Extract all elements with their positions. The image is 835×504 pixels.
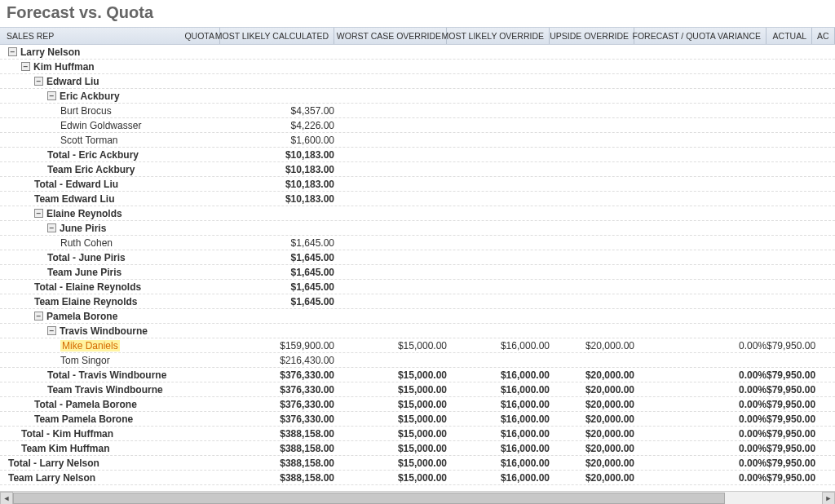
row-label-text: Team Travis Windbourne [47, 384, 163, 396]
row-label-cell: Total - Pamela Borone [0, 399, 179, 410]
row-label-text: Team Kim Huffman [21, 443, 109, 454]
cell-mlo: $16,000.00 [447, 384, 550, 396]
col-header-forecast-quota-variance[interactable]: FORECAST / QUOTA VARIANCE [634, 28, 767, 44]
scroll-track[interactable] [13, 492, 822, 505]
column-header-row: SALES REP QUOTA MOST LIKELY CALCULATED W… [0, 27, 835, 45]
cell-mlo: $16,000.00 [447, 413, 550, 425]
table-row[interactable]: Team Elaine Reynolds$1,645.00 [0, 294, 835, 309]
row-label-cell: Team Pamela Borone [0, 413, 179, 425]
col-header-truncated[interactable]: AC [812, 28, 835, 44]
cell-wco: $15,000.00 [334, 443, 447, 454]
cell-mlc: $388,158.00 [220, 472, 334, 484]
scroll-thumb[interactable] [13, 493, 725, 504]
row-label-cell: Edward Liu [0, 76, 179, 87]
collapse-toggle-icon[interactable] [47, 223, 56, 232]
cell-wco: $15,000.00 [334, 384, 447, 396]
collapse-toggle-icon[interactable] [34, 209, 43, 218]
row-label-text: Ruth Cohen [60, 237, 113, 249]
scroll-right-button[interactable]: ► [822, 492, 835, 505]
row-label-text: Team Pamela Borone [34, 413, 133, 425]
row-label-text: Travis Windbourne [60, 325, 148, 337]
table-row[interactable]: Total - Elaine Reynolds$1,645.00 [0, 280, 835, 294]
horizontal-scrollbar[interactable]: ◄ ► [0, 491, 835, 504]
table-row[interactable]: Team Larry Nelson$388,158.00$15,000.00$1… [0, 471, 835, 485]
cell-mlc: $388,158.00 [220, 428, 334, 440]
scroll-left-button[interactable]: ◄ [0, 492, 13, 505]
table-row[interactable]: Total - Travis Windbourne$376,330.00$15,… [0, 368, 835, 382]
table-row[interactable]: Total - Edward Liu$10,183.00 [0, 177, 835, 192]
cell-mlo: $16,000.00 [447, 458, 550, 469]
col-header-most-likely-override[interactable]: MOST LIKELY OVERRIDE [447, 28, 550, 44]
page-title: Forecast vs. Quota [0, 0, 835, 27]
table-row[interactable]: Tom Singor$216,430.00 [0, 353, 835, 368]
table-row[interactable]: Eric Ackbury [0, 89, 835, 104]
cell-mlc: $1,645.00 [220, 281, 334, 293]
table-row[interactable]: Edwin Goldwasser$4,226.00 [0, 118, 835, 133]
table-row[interactable]: Burt Brocus$4,357.00 [0, 104, 835, 118]
table-row[interactable]: Travis Windbourne [0, 324, 835, 338]
col-header-quota[interactable]: QUOTA [179, 28, 220, 44]
table-row[interactable]: Kim Huffman [0, 60, 835, 74]
table-row[interactable]: Team Kim Huffman$388,158.00$15,000.00$16… [0, 441, 835, 456]
cell-wco: $15,000.00 [334, 472, 447, 484]
row-label-cell: Total - Kim Huffman [0, 428, 179, 440]
cell-fqv: 0.00% [634, 399, 767, 410]
collapse-toggle-icon[interactable] [34, 312, 43, 321]
table-row[interactable]: Total - Pamela Borone$376,330.00$15,000.… [0, 397, 835, 412]
cell-fqv: 0.00% [634, 384, 767, 396]
row-label-text: Mike Daniels [60, 340, 120, 351]
collapse-toggle-icon[interactable] [8, 47, 17, 56]
cell-act: $79,950.00 [767, 428, 812, 440]
collapse-toggle-icon[interactable] [21, 62, 30, 71]
table-row[interactable]: Team June Piris$1,645.00 [0, 265, 835, 280]
row-label-text: Team Larry Nelson [8, 472, 95, 484]
cell-uo: $20,000.00 [550, 369, 634, 381]
col-header-sales-rep[interactable]: SALES REP [0, 28, 179, 44]
table-row[interactable]: June Piris [0, 221, 835, 236]
row-label-cell: Total - Edward Liu [0, 179, 179, 190]
table-row[interactable]: Total - Eric Ackbury$10,183.00 [0, 148, 835, 162]
cell-mlc: $1,645.00 [220, 252, 334, 263]
cell-mlc: $4,226.00 [220, 120, 334, 131]
table-row[interactable]: Total - Kim Huffman$388,158.00$15,000.00… [0, 427, 835, 441]
cell-uo: $20,000.00 [550, 458, 634, 469]
col-header-most-likely-calculated[interactable]: MOST LIKELY CALCULATED [220, 28, 334, 44]
table-row[interactable]: Team Pamela Borone$376,330.00$15,000.00$… [0, 412, 835, 427]
table-row[interactable]: Team Eric Ackbury$10,183.00 [0, 162, 835, 177]
table-row[interactable]: Team Edward Liu$10,183.00 [0, 192, 835, 206]
cell-uo: $20,000.00 [550, 428, 634, 440]
row-label-text: Edward Liu [46, 76, 99, 87]
table-row[interactable]: Elaine Reynolds [0, 206, 835, 221]
col-header-upside-override[interactable]: UPSIDE OVERRIDE [550, 28, 634, 44]
collapse-toggle-icon[interactable] [47, 326, 56, 335]
collapse-toggle-icon[interactable] [47, 91, 56, 100]
row-label-cell: Total - June Piris [0, 252, 179, 263]
row-label-cell: Team Kim Huffman [0, 443, 179, 454]
collapse-toggle-icon[interactable] [34, 77, 43, 86]
row-label-text: Total - Eric Ackbury [47, 149, 139, 161]
table-row[interactable]: Mike Daniels$159,900.00$15,000.00$16,000… [0, 338, 835, 353]
col-header-actual[interactable]: ACTUAL [767, 28, 812, 44]
cell-mlc: $1,645.00 [220, 237, 334, 249]
cell-wco: $15,000.00 [334, 369, 447, 381]
col-header-worst-case-override[interactable]: WORST CASE OVERRIDE [334, 28, 447, 44]
table-row[interactable]: Edward Liu [0, 74, 835, 89]
row-label-cell: Larry Nelson [0, 46, 179, 58]
table-row[interactable]: Pamela Borone [0, 309, 835, 324]
row-label-text: Team Edward Liu [34, 193, 114, 205]
cell-mlc: $10,183.00 [220, 179, 334, 190]
cell-mlc: $10,183.00 [220, 193, 334, 205]
table-row[interactable]: Ruth Cohen$1,645.00 [0, 236, 835, 250]
table-row[interactable]: Total - Larry Nelson$388,158.00$15,000.0… [0, 456, 835, 471]
cell-mlc: $376,330.00 [220, 369, 334, 381]
cell-mlc: $376,330.00 [220, 413, 334, 425]
row-label-cell: Total - Travis Windbourne [0, 369, 179, 381]
table-row[interactable]: Larry Nelson [0, 45, 835, 60]
cell-mlc: $1,600.00 [220, 135, 334, 146]
table-row[interactable]: Total - June Piris$1,645.00 [0, 250, 835, 265]
row-label-cell: Mike Daniels [0, 340, 179, 351]
table-row[interactable]: Scott Torman$1,600.00 [0, 133, 835, 148]
row-label-cell: Team Larry Nelson [0, 472, 179, 484]
row-label-text: Team Eric Ackbury [47, 164, 135, 175]
table-row[interactable]: Team Travis Windbourne$376,330.00$15,000… [0, 382, 835, 397]
